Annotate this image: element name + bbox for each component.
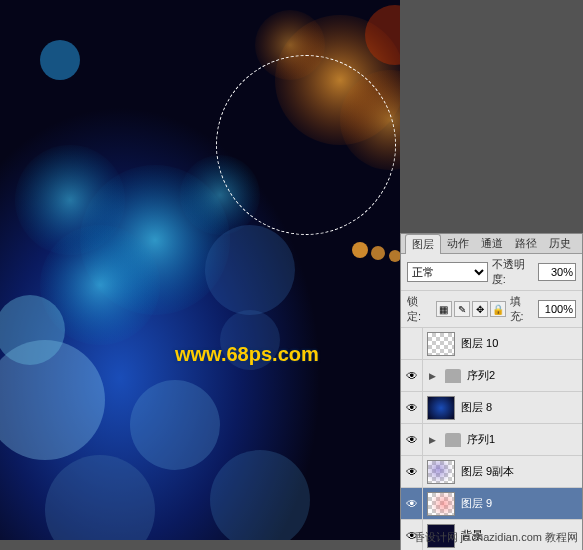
svg-point-12	[205, 225, 295, 315]
canvas-area[interactable]: www.68ps.com	[0, 0, 400, 540]
svg-point-5	[352, 242, 368, 258]
folder-icon	[445, 433, 461, 447]
visibility-toggle[interactable]: 👁	[401, 488, 423, 519]
visibility-toggle[interactable]: 👁	[401, 360, 423, 391]
layer-thumbnail[interactable]	[427, 332, 455, 356]
layer-row[interactable]: 👁 图层 9副本	[401, 456, 582, 488]
layer-name-label: 图层 8	[459, 400, 582, 415]
visibility-toggle[interactable]: 👁	[401, 424, 423, 455]
tab-paths[interactable]: 路径	[509, 234, 543, 253]
panel-tabs: 图层 动作 通道 路径 历史	[401, 234, 582, 254]
layers-panel: 图层 动作 通道 路径 历史 正常 不透明度: 锁定: ▦ ✎ ✥ 🔒 填充: …	[400, 233, 583, 550]
lock-position-icon[interactable]: ✥	[472, 301, 488, 317]
layer-name-label: 图层 10	[459, 336, 582, 351]
lock-transparency-icon[interactable]: ▦	[436, 301, 452, 317]
svg-point-13	[40, 40, 80, 80]
fill-label: 填充:	[510, 294, 535, 324]
layer-thumbnail[interactable]	[427, 460, 455, 484]
lock-paint-icon[interactable]: ✎	[454, 301, 470, 317]
layer-name-label: 序列2	[465, 368, 582, 383]
svg-point-15	[130, 380, 220, 470]
folder-icon	[445, 369, 461, 383]
selection-marquee	[216, 55, 396, 235]
eye-icon: 👁	[406, 465, 418, 479]
layer-row[interactable]: 👁 ▶ 序列1	[401, 424, 582, 456]
tab-channels[interactable]: 通道	[475, 234, 509, 253]
expand-toggle[interactable]: ▶	[423, 435, 441, 445]
eye-icon: 👁	[406, 497, 418, 511]
watermark-main: www.68ps.com	[175, 343, 319, 366]
tab-layers[interactable]: 图层	[405, 234, 441, 254]
lock-icons: ▦ ✎ ✥ 🔒	[436, 301, 506, 317]
blend-mode-select[interactable]: 正常	[407, 262, 488, 282]
visibility-toggle[interactable]: 👁	[401, 456, 423, 487]
tab-actions[interactable]: 动作	[441, 234, 475, 253]
layer-row[interactable]: 👁 图层 9	[401, 488, 582, 520]
blend-opacity-row: 正常 不透明度:	[401, 254, 582, 291]
opacity-input[interactable]	[538, 263, 576, 281]
layer-row[interactable]: 图层 10	[401, 328, 582, 360]
svg-point-6	[371, 246, 385, 260]
lock-all-icon[interactable]: 🔒	[490, 301, 506, 317]
layer-name-label: 图层 9副本	[459, 464, 582, 479]
layer-row[interactable]: 👁 图层 8	[401, 392, 582, 424]
expand-toggle[interactable]: ▶	[423, 371, 441, 381]
layer-row[interactable]: 👁 ▶ 序列2	[401, 360, 582, 392]
visibility-toggle[interactable]: 👁	[401, 392, 423, 423]
lock-fill-row: 锁定: ▦ ✎ ✥ 🔒 填充:	[401, 291, 582, 328]
layer-name-label: 图层 9	[459, 496, 582, 511]
eye-icon: 👁	[406, 401, 418, 415]
eye-icon: 👁	[406, 369, 418, 383]
layer-name-label: 序列1	[465, 432, 582, 447]
layer-thumbnail[interactable]	[427, 492, 455, 516]
watermark-bottom: 香设计网 jc.chazidian.com 教程网	[414, 530, 578, 545]
tab-history[interactable]: 历史	[543, 234, 577, 253]
layer-thumbnail[interactable]	[427, 396, 455, 420]
fill-input[interactable]	[538, 300, 576, 318]
visibility-toggle[interactable]	[401, 328, 423, 359]
lock-label: 锁定:	[407, 294, 432, 324]
eye-icon: 👁	[406, 433, 418, 447]
layer-list: 图层 10 👁 ▶ 序列2 👁 图层 8 👁 ▶ 序列1 👁 图层 9副本	[401, 328, 582, 550]
opacity-label: 不透明度:	[492, 257, 534, 287]
